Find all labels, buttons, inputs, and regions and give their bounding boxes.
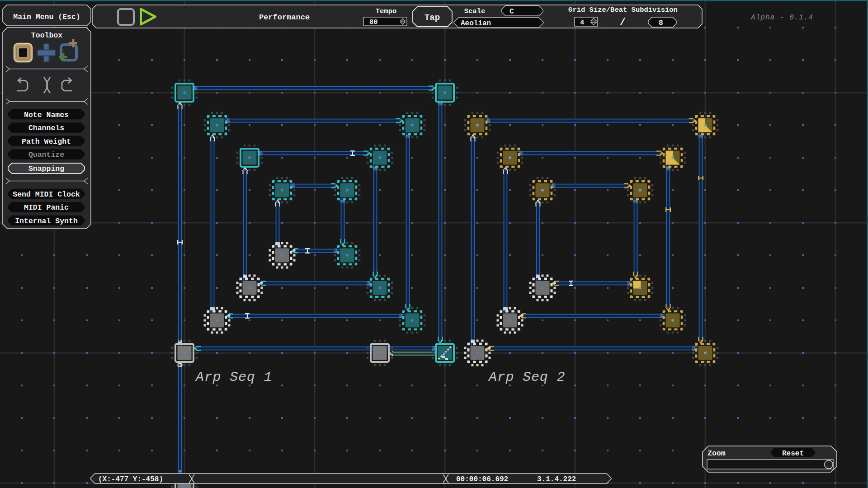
svg-text:Internal Synth: Internal Synth: [15, 217, 78, 225]
svg-text:/: /: [620, 17, 626, 28]
svg-text:Snapping: Snapping: [28, 164, 64, 173]
svg-text:Toolbox: Toolbox: [31, 31, 62, 40]
svg-text:Channels: Channels: [28, 124, 64, 132]
svg-text:Grid Size/Beat Subdivision: Grid Size/Beat Subdivision: [568, 6, 678, 14]
svg-text:4: 4: [580, 19, 584, 27]
svg-text:Tap: Tap: [425, 13, 440, 23]
svg-text:Send MIDI Clock: Send MIDI Clock: [13, 190, 80, 199]
svg-text:Zoom: Zoom: [708, 449, 726, 458]
svg-text:C: C: [509, 8, 514, 16]
svg-text:Arp Seq 1: Arp Seq 1: [195, 370, 272, 385]
svg-text:80: 80: [369, 18, 378, 26]
svg-text:00:00:06.692: 00:00:06.692: [456, 475, 508, 483]
svg-text:Reset: Reset: [782, 450, 804, 458]
svg-text:Performance: Performance: [259, 13, 310, 22]
svg-text:Alpha - 0.1.4: Alpha - 0.1.4: [750, 14, 813, 22]
svg-text:Note Names: Note Names: [24, 111, 69, 119]
svg-text:MIDI Panic: MIDI Panic: [24, 203, 69, 212]
svg-text:Arp Seq 2: Arp Seq 2: [488, 370, 565, 385]
svg-text:Quantize: Quantize: [28, 150, 64, 159]
svg-text:(X:-477 Y:-458): (X:-477 Y:-458): [98, 475, 163, 483]
svg-text:Main Menu (Esc): Main Menu (Esc): [13, 13, 80, 21]
svg-text:3.1.4.222: 3.1.4.222: [537, 475, 576, 483]
svg-text:Aeolian: Aeolian: [461, 19, 491, 28]
svg-text:Path Weight: Path Weight: [22, 137, 71, 146]
svg-text:Tempo: Tempo: [376, 7, 397, 15]
svg-text:Scale: Scale: [464, 7, 486, 15]
svg-text:8: 8: [659, 19, 663, 27]
